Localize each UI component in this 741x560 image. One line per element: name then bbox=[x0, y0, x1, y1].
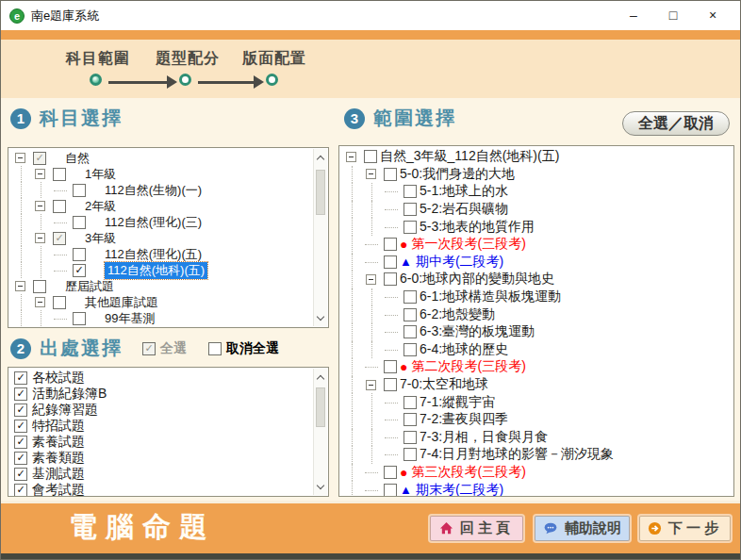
tree-item-checkbox[interactable] bbox=[403, 308, 417, 321]
tree-item-label[interactable]: 7-4:日月對地球的影響－潮汐現象 bbox=[420, 446, 614, 463]
tree-item-label[interactable]: 7-0:太空和地球 bbox=[400, 376, 488, 393]
source-item-checkbox[interactable]: ✓ bbox=[14, 468, 27, 481]
tree-item-checkbox[interactable] bbox=[53, 296, 66, 309]
minimize-button[interactable]: – bbox=[614, 1, 653, 30]
scrollbar-thumb[interactable] bbox=[316, 170, 325, 215]
tree-item-checkbox[interactable] bbox=[403, 290, 417, 304]
tree-item-checkbox[interactable] bbox=[53, 168, 66, 181]
tree-item-label[interactable]: 歷屆試題 bbox=[65, 278, 114, 295]
tree-item-label[interactable]: 112自然(理化)(三) bbox=[105, 214, 202, 231]
tree-item-checkbox[interactable]: ✓ bbox=[33, 152, 46, 165]
tree-item-label[interactable]: 3年級 bbox=[85, 230, 116, 247]
collapse-minus-icon[interactable] bbox=[366, 274, 376, 285]
tree-item-checkbox[interactable] bbox=[33, 280, 46, 293]
collapse-minus-icon[interactable] bbox=[35, 233, 45, 243]
tree-item-label[interactable]: 112自然(地科)(五) bbox=[105, 262, 207, 279]
tree-item-label[interactable]: 6-0:地球內部的變動與地史 bbox=[400, 271, 554, 288]
tree-item-label[interactable]: 5-2:岩石與礦物 bbox=[420, 201, 508, 218]
source-item-checkbox[interactable]: ✓ bbox=[14, 436, 27, 449]
deselect-all-checkbox[interactable] bbox=[208, 342, 222, 355]
tree-item-checkbox[interactable] bbox=[384, 255, 397, 269]
source-item-label[interactable]: 紀錄簿習題 bbox=[32, 402, 98, 419]
collapse-minus-icon[interactable] bbox=[346, 152, 356, 162]
scroll-down-icon[interactable] bbox=[314, 480, 327, 493]
tree-item-checkbox[interactable] bbox=[384, 466, 397, 479]
tree-item-checkbox[interactable] bbox=[73, 216, 86, 229]
tree-item-label[interactable]: 2年級 bbox=[85, 198, 116, 215]
tree-item-checkbox[interactable] bbox=[73, 248, 86, 261]
source-item-label[interactable]: 素養類題 bbox=[32, 450, 85, 467]
home-button[interactable]: 回主頁 bbox=[430, 516, 523, 541]
tree-item-checkbox[interactable] bbox=[364, 150, 377, 163]
tree-item-label[interactable]: 7-2:晝夜與四季 bbox=[420, 411, 508, 428]
tree-item-label[interactable]: 7-1:縱觀宇宙 bbox=[420, 394, 495, 411]
scroll-up-icon[interactable] bbox=[314, 151, 327, 164]
tree-item-checkbox[interactable] bbox=[53, 200, 66, 213]
tree-item-checkbox[interactable] bbox=[403, 448, 417, 461]
tree-item-checkbox[interactable] bbox=[384, 272, 397, 286]
next-step-button[interactable]: 下一步 bbox=[639, 516, 731, 541]
tree-item-checkbox[interactable] bbox=[403, 343, 417, 356]
scrollbar[interactable] bbox=[313, 149, 327, 326]
tree-item-checkbox[interactable] bbox=[403, 396, 417, 409]
source-item-checkbox[interactable]: ✓ bbox=[14, 387, 27, 401]
tree-item-label[interactable]: 1年級 bbox=[85, 166, 116, 183]
tree-item-label[interactable]: 第二次段考(三段考) bbox=[411, 358, 525, 375]
tree-item-label[interactable]: 6-1:地球構造與板塊運動 bbox=[420, 288, 561, 305]
source-item-checkbox[interactable]: ✓ bbox=[14, 371, 27, 385]
scroll-down-icon[interactable] bbox=[314, 311, 327, 324]
source-item-checkbox[interactable]: ✓ bbox=[14, 420, 27, 433]
tree-item-checkbox[interactable] bbox=[403, 185, 417, 198]
tree-item-label[interactable]: 6-3:臺灣的板塊運動 bbox=[420, 323, 535, 340]
tree-item-checkbox[interactable]: ✓ bbox=[73, 264, 86, 277]
tree-item-checkbox[interactable] bbox=[403, 325, 417, 338]
tree-item-checkbox[interactable] bbox=[384, 484, 397, 497]
tree-item-label[interactable]: 99年基測 bbox=[105, 310, 155, 327]
tree-item-label[interactable]: 112自然(生物)(一) bbox=[105, 182, 202, 199]
source-item-label[interactable]: 基測試題 bbox=[32, 466, 85, 483]
help-button[interactable]: 輔助說明 bbox=[535, 516, 630, 541]
close-button[interactable]: × bbox=[693, 1, 733, 30]
tree-item-label[interactable]: 其他題庫試題 bbox=[85, 294, 158, 311]
source-item-checkbox[interactable]: ✓ bbox=[14, 484, 27, 497]
tree-item-label[interactable]: 第三次段考(三段考) bbox=[411, 464, 525, 481]
tree-item-checkbox[interactable]: ✓ bbox=[53, 232, 66, 245]
scroll-up-icon[interactable] bbox=[314, 371, 327, 384]
tree-item-checkbox[interactable] bbox=[73, 184, 86, 197]
collapse-minus-icon[interactable] bbox=[15, 153, 25, 163]
tree-item-checkbox[interactable] bbox=[403, 221, 417, 234]
tree-item-checkbox[interactable] bbox=[73, 312, 86, 325]
tree-item-label[interactable]: 期末考(二段考) bbox=[416, 482, 503, 497]
tree-item-label[interactable]: 5-3:地表的地質作用 bbox=[420, 219, 535, 236]
source-item-checkbox[interactable]: ✓ bbox=[14, 452, 27, 465]
tree-item-label[interactable]: 5-1:地球上的水 bbox=[420, 183, 508, 200]
tree-item-checkbox[interactable] bbox=[384, 378, 397, 391]
source-item-checkbox[interactable]: ✓ bbox=[14, 404, 27, 417]
source-item-label[interactable]: 各校試題 bbox=[32, 370, 85, 387]
scrollbar[interactable] bbox=[313, 369, 327, 495]
source-item-label[interactable]: 素養試題 bbox=[32, 434, 85, 451]
collapse-minus-icon[interactable] bbox=[35, 297, 45, 307]
tree-item-checkbox[interactable] bbox=[384, 360, 397, 373]
tree-item-label[interactable]: 自然 bbox=[65, 150, 90, 167]
source-item-label[interactable]: 特招試題 bbox=[32, 418, 85, 435]
collapse-minus-icon[interactable] bbox=[35, 201, 45, 211]
source-item-label[interactable]: 會考試題 bbox=[32, 482, 85, 498]
select-all-toggle-button[interactable]: 全選／取消 bbox=[622, 111, 730, 136]
collapse-minus-icon[interactable] bbox=[366, 169, 376, 179]
collapse-minus-icon[interactable] bbox=[15, 281, 25, 291]
tree-item-label[interactable]: 自然_3年級_112自然(地科)(五) bbox=[380, 148, 559, 165]
tree-item-checkbox[interactable] bbox=[403, 203, 417, 216]
tree-item-checkbox[interactable] bbox=[384, 238, 397, 251]
tree-item-label[interactable]: 6-4:地球的歷史 bbox=[420, 341, 508, 358]
scrollbar-thumb[interactable] bbox=[316, 387, 325, 427]
source-item-label[interactable]: 活動紀錄簿B bbox=[32, 386, 107, 403]
tree-item-label[interactable]: 112自然(理化)(五) bbox=[105, 246, 202, 263]
tree-item-checkbox[interactable] bbox=[403, 431, 417, 444]
maximize-button[interactable]: □ bbox=[653, 1, 693, 30]
tree-item-checkbox[interactable] bbox=[403, 413, 417, 426]
tree-item-label[interactable]: 7-3:月相，日食與月食 bbox=[420, 429, 548, 446]
collapse-minus-icon[interactable] bbox=[35, 169, 45, 179]
tree-item-label[interactable]: 5-0:我們身邊的大地 bbox=[400, 166, 515, 183]
select-all-checkbox[interactable]: ✓ bbox=[142, 342, 156, 355]
